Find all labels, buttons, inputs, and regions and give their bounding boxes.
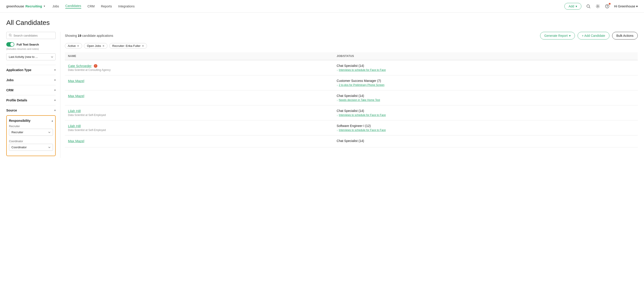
fulltext-toggle[interactable] [6,42,14,47]
add-candidate-button[interactable]: + Add Candidate [578,32,610,39]
search-input[interactable] [14,34,53,37]
coordinator-select[interactable]: Coordinator [9,144,53,151]
job-title: Chat Specialist (14) [336,64,634,67]
candidate-name-link[interactable]: Lilah Hill [68,124,81,128]
nav-right: Add ▾ Hi Greenhouse ▾ [564,3,638,10]
logo-chevron-icon[interactable]: ▾ [44,5,45,8]
job-status: ↓ Interviews to schedule for Face to Fac… [336,129,634,132]
job-status-link[interactable]: Interviews to schedule for Face to Face [339,129,386,132]
user-menu[interactable]: Hi Greenhouse ▾ [614,4,638,8]
top-nav: greenhouse Recruiting ▾ Jobs Candidates … [0,0,644,12]
add-button[interactable]: Add ▾ [564,3,582,10]
svg-point-0 [587,5,590,7]
table-header: Name Job/Status [65,52,638,60]
job-title: Software Engineer I (12) [336,124,634,128]
job-status-cell: Software Engineer I (12) ↓ Interviews to… [334,120,638,135]
filter-section-crm: CRM ▾ [6,85,56,95]
fulltext-toggle-row: Full Text Search [6,42,56,47]
generate-report-button[interactable]: Generate Report ▾ [540,32,575,39]
search-icon[interactable] [586,4,591,9]
user-chevron-icon: ▾ [636,4,638,8]
col-job-status: Job/Status [334,52,638,60]
search-box [6,32,56,39]
job-status: ↓ 2 to-dos for Preliminary Phone Screen [336,83,634,87]
filter-section-application-type: Application Type ▾ [6,65,56,75]
table-row: Max Mazel Chat Specialist (14) ↓ Needs d… [65,90,638,105]
candidate-name-cell: Max Mazel [65,135,334,147]
nav-crm[interactable]: CRM [88,4,95,8]
sort-select[interactable]: Last Activity (new to ... [6,53,56,60]
filter-section-source: Source ▾ [6,105,56,115]
candidate-name-cell: Max Mazel [65,75,334,90]
filter-section-responsibility: Responsibility ▴ Recruiter Recruiter Coo… [6,115,56,156]
remove-active-filter-icon[interactable]: ✕ [77,44,79,47]
generate-report-chevron-icon: ▾ [569,34,570,37]
job-status-link[interactable]: Needs decision in Take Home Test [339,98,380,102]
logo-greenhouse: greenhouse [6,4,24,8]
table-row: Lilah Hill Data Scientist at Self-Employ… [65,120,638,135]
nav-candidates[interactable]: Candidates [65,4,81,8]
job-status-cell: Chat Specialist (14) ↓ Interviews to sch… [334,105,638,120]
header-actions: Generate Report ▾ + Add Candidate Bulk A… [540,32,638,39]
search-icon [9,34,12,37]
filter-source-header[interactable]: Source ▾ [6,109,56,112]
chevron-down-icon: ▾ [54,78,56,82]
job-status-cell: Chat Specialist (14) [334,135,638,147]
chevron-down-icon: ▾ [54,89,56,92]
svg-line-6 [11,36,12,36]
showing-text: Showing 19 candidate applications [65,34,113,37]
sidebar: Full Text Search (Includes resumes and n… [6,32,60,158]
filter-responsibility-header[interactable]: Responsibility ▴ [9,119,53,122]
candidate-name-link[interactable]: Max Mazel [68,139,84,143]
candidate-name-cell: Cate Schroeder ! Data Scientist at Consu… [65,60,334,75]
job-status: ↓ Interviews to schedule for Face to Fac… [336,68,634,71]
job-status: ↓ Interviews to schedule for Face to Fac… [336,113,634,117]
candidate-name-cell: Lilah Hill Data Scientist at Self-Employ… [65,120,334,135]
job-status-link[interactable]: 2 to-dos for Preliminary Phone Screen [339,83,384,87]
nav-reports[interactable]: Reports [101,4,112,8]
col-name: Name [65,52,334,60]
candidate-name-link[interactable]: Cate Schroeder [68,64,92,68]
job-status: ↓ Needs decision in Take Home Test [336,98,634,102]
job-title: Chat Specialist (14) [336,94,634,98]
candidate-name-link[interactable]: Lilah Hill [68,109,81,113]
filter-tag-recruiter[interactable]: Recruiter: Erika Fuller ✕ [109,43,147,49]
remove-open-jobs-filter-icon[interactable]: ✕ [102,44,104,47]
recruiter-select[interactable]: Recruiter [9,129,53,136]
nav-links: Jobs Candidates CRM Reports Integrations [52,4,564,8]
candidates-table: Name Job/Status Cate Schroeder ! Data Sc… [65,52,638,147]
table-row: Lilah Hill Data Scientist at Self-Employ… [65,105,638,120]
remove-recruiter-filter-icon[interactable]: ✕ [142,44,144,47]
help-icon[interactable] [605,4,610,9]
main-content: Showing 19 candidate applications Genera… [60,32,638,158]
candidate-subtitle: Data Scientist at Self-Employed [68,129,330,132]
active-filters-row: Active ✕ Open Jobs ✕ Recruiter: Erika Fu… [65,43,638,49]
chevron-down-icon: ▾ [54,68,56,71]
filter-jobs-header[interactable]: Jobs ▾ [6,78,56,82]
nav-jobs[interactable]: Jobs [52,4,59,8]
nav-integrations[interactable]: Integrations [118,4,135,8]
job-status-link[interactable]: Interviews to schedule for Face to Face [339,68,386,71]
logo-recruiting: Recruiting [25,4,42,8]
settings-icon[interactable] [595,4,600,9]
candidate-name-cell: Max Mazel [65,90,334,105]
job-status-cell: Chat Specialist (14) ↓ Needs decision in… [334,90,638,105]
filter-tag-active[interactable]: Active ✕ [65,43,82,49]
filter-tag-open-jobs[interactable]: Open Jobs ✕ [84,43,108,49]
job-status-cell: Customer Success Manager (7) ↓ 2 to-dos … [334,75,638,90]
table-row: Max Mazel Chat Specialist (14) [65,135,638,147]
job-title: Chat Specialist (14) [336,139,634,143]
job-status-cell: Chat Specialist (14) ↓ Interviews to sch… [334,60,638,75]
chevron-down-icon: ▾ [54,109,56,112]
svg-line-1 [589,7,590,8]
filter-application-type-header[interactable]: Application Type ▾ [6,68,56,72]
bulk-actions-button[interactable]: Bulk Actions [612,32,638,39]
candidate-name-link[interactable]: Max Mazel [68,94,84,98]
job-status-link[interactable]: Interviews to schedule for Face to Face [339,113,386,117]
fulltext-sublabel: (Includes resumes and notes) [6,47,56,50]
filter-profile-header[interactable]: Profile Details ▾ [6,98,56,102]
candidate-name-link[interactable]: Max Mazel [68,79,84,83]
candidate-subtitle: Data Scientist at Self-Employed [68,113,330,117]
filter-section-jobs: Jobs ▾ [6,75,56,85]
filter-crm-header[interactable]: CRM ▾ [6,88,56,92]
